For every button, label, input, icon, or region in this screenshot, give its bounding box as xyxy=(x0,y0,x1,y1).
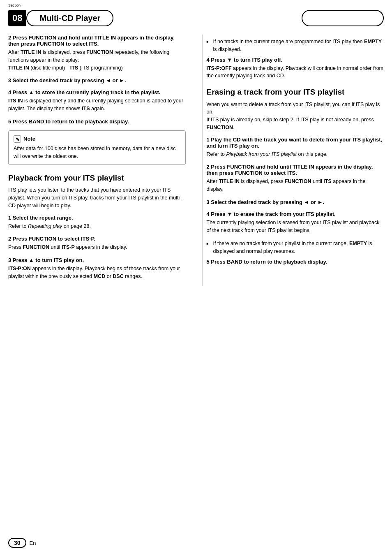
er-bullet-item-1: If there are no tracks from your playlis… xyxy=(207,240,384,255)
playback-intro: ITS play lets you listen to the tracks t… xyxy=(8,186,186,209)
pb-step-3: 3 Press ▲ to turn ITS play on. ITS-P:ON … xyxy=(8,257,186,280)
page: Section 08 Multi-CD Player 2 Press FUNCT… xyxy=(0,0,392,556)
left-column: 2 Press FUNCTION and hold until TITLE IN… xyxy=(8,35,190,286)
section-badge: 08 xyxy=(8,10,26,26)
step-4: 4 Press ▲ to store the currently playing… xyxy=(8,89,186,113)
step-2-body: After TITLE IN is displayed, press FUNCT… xyxy=(8,49,186,72)
bullet-item-1: If no tracks in the current range are pr… xyxy=(207,38,384,53)
note-body: After data for 100 discs has been stored… xyxy=(14,145,180,160)
step-4-heading: 4 Press ▲ to store the currently playing… xyxy=(8,89,186,95)
right-column: If no tracks in the current range are pr… xyxy=(202,35,384,286)
main-content: 2 Press FUNCTION and hold until TITLE IN… xyxy=(0,26,392,294)
right-step-4-body: ITS-P:OFF appears in the display. Playba… xyxy=(207,65,384,80)
language-label: En xyxy=(30,540,36,546)
playback-section: Playback from your ITS playlist ITS play… xyxy=(8,173,186,280)
pb-step-2: 2 Press FUNCTION to select ITS-P. Press … xyxy=(8,236,186,251)
er-step-4-body: The currently playing selection is erase… xyxy=(207,219,384,234)
pb-step-1-body: Refer to Repeating play on page 28. xyxy=(8,222,186,230)
section-label: Section xyxy=(8,3,21,7)
note-title: ✎ Note xyxy=(14,135,180,143)
erasing-section: Erasing a track from your ITS playlist W… xyxy=(207,87,384,265)
er-step-1-heading: 1 Play the CD with the track you want to… xyxy=(207,137,384,149)
er-bullet-list: If there are no tracks from your playlis… xyxy=(207,240,384,255)
er-step-2: 2 Press FUNCTION and hold until TITLE IN… xyxy=(207,164,384,193)
bullet-list-top: If no tracks in the current range are pr… xyxy=(207,38,384,53)
pb-step-1-heading: 1 Select the repeat range. xyxy=(8,215,186,221)
pb-step-2-body: Press FUNCTION until ITS-P appears in th… xyxy=(8,243,186,251)
footer: 30 En xyxy=(8,538,36,548)
page-number: 30 xyxy=(8,538,26,548)
right-step-4-heading: 4 Press ▼ to turn ITS play off. xyxy=(207,57,384,63)
step-5: 5 Press BAND to return to the playback d… xyxy=(8,118,186,125)
note-box: ✎ Note After data for 100 discs has been… xyxy=(8,130,186,165)
er-step-1-body: Refer to Playback from your ITS playlist… xyxy=(207,151,384,158)
pb-step-1: 1 Select the repeat range. Refer to Repe… xyxy=(8,215,186,230)
er-step-5-heading: 5 Press BAND to return to the playback d… xyxy=(207,259,384,265)
pb-step-3-body: ITS-P:ON appears in the display. Playbac… xyxy=(8,265,186,280)
er-step-4: 4 Press ▼ to erase the track from your I… xyxy=(207,211,384,234)
erasing-heading: Erasing a track from your ITS playlist xyxy=(207,87,384,97)
section-number: 08 xyxy=(12,13,22,23)
step-5-heading: 5 Press BAND to return to the playback d… xyxy=(8,118,186,125)
pb-step-2-heading: 2 Press FUNCTION to select ITS-P. xyxy=(8,236,186,242)
step-2: 2 Press FUNCTION and hold until TITLE IN… xyxy=(8,35,186,72)
er-step-1: 1 Play the CD with the track you want to… xyxy=(207,137,384,158)
header: Section 08 Multi-CD Player xyxy=(0,0,392,26)
playback-heading: Playback from your ITS playlist xyxy=(8,173,186,183)
step-4-body: ITS IN is displayed briefly and the curr… xyxy=(8,97,186,113)
note-icon: ✎ xyxy=(14,135,21,143)
er-step-2-body: After TITLE IN is displayed, press FUNCT… xyxy=(207,178,384,193)
erasing-intro: When you want to delete a track from you… xyxy=(207,101,384,132)
page-title: Multi-CD Player xyxy=(26,10,113,26)
er-step-4-heading: 4 Press ▼ to erase the track from your I… xyxy=(207,211,384,217)
pb-step-3-heading: 3 Press ▲ to turn ITS play on. xyxy=(8,257,186,263)
step-3: 3 Select the desired track by pressing ◄… xyxy=(8,77,186,83)
right-step-4: 4 Press ▼ to turn ITS play off. ITS-P:OF… xyxy=(207,57,384,80)
step-2-heading: 2 Press FUNCTION and hold until TITLE IN… xyxy=(8,35,186,47)
er-step-2-heading: 2 Press FUNCTION and hold until TITLE IN… xyxy=(207,164,384,176)
er-step-3-heading: 3 Select the desired track by pressing ◄… xyxy=(207,199,384,205)
er-step-3: 3 Select the desired track by pressing ◄… xyxy=(207,199,384,205)
header-left: Section 08 Multi-CD Player xyxy=(8,4,113,26)
step-3-heading: 3 Select the desired track by pressing ◄… xyxy=(8,77,186,83)
header-right-oval xyxy=(302,10,384,26)
er-step-5: 5 Press BAND to return to the playback d… xyxy=(207,259,384,265)
